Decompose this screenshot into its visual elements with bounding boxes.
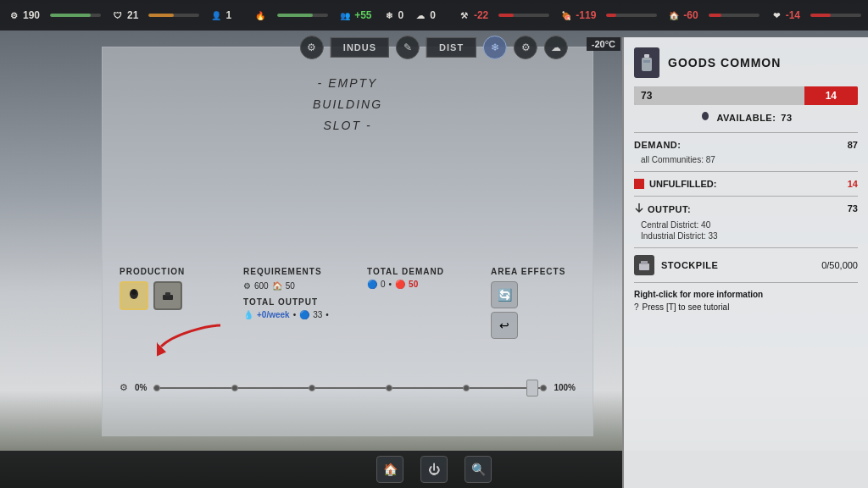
stockpile-svg-icon xyxy=(637,258,651,272)
workers-value: +55 xyxy=(354,9,371,21)
hud-food: 🍖 -119 xyxy=(559,8,596,22)
area-effects-section: AREA EFFECTS 🔄 ↩ xyxy=(491,267,576,342)
bottle-icon xyxy=(639,53,654,73)
hud-bar-food xyxy=(606,14,657,17)
hud-left: ⚙ 190 🛡 21 👤 1 xyxy=(7,8,231,22)
production-icons xyxy=(120,281,218,310)
production-btn-2[interactable] xyxy=(153,281,182,310)
goods-icon xyxy=(126,288,142,303)
req-icon-1: ⚙ xyxy=(243,281,251,291)
req-value-1: 600 xyxy=(254,281,269,291)
progress-bar: 73 14 xyxy=(634,86,858,105)
goods-label: GOODS xyxy=(668,56,716,69)
cold-icon: ❄ xyxy=(382,8,396,22)
progress-value: 73 xyxy=(641,90,652,102)
tools-value: -22 xyxy=(474,9,488,21)
dot-2 xyxy=(231,385,238,391)
hud-material: 🛡 21 xyxy=(111,8,138,22)
req-icon-2: 🏠 xyxy=(272,281,282,291)
steam-value: 190 xyxy=(23,9,40,21)
tab-district[interactable]: DIST xyxy=(426,37,476,58)
housing-icon: 🏠 xyxy=(667,8,681,22)
total-demand-label: TOTAL DEMAND xyxy=(367,267,465,276)
panel-goods-icon xyxy=(634,47,659,78)
divider-2 xyxy=(634,171,858,172)
hud-health: ❤ -14 xyxy=(770,8,800,22)
production-btn-1[interactable] xyxy=(120,281,148,310)
nav-snow-icon[interactable]: ❄ xyxy=(483,36,507,59)
nav-edit-icon[interactable]: ✎ xyxy=(396,36,420,59)
production-area: PRODUCTION xyxy=(120,267,576,342)
hud-right: ⚒ -22 🍖 -119 🏠 -60 ❤ -14 xyxy=(458,8,861,22)
heat-icon: 🔥 xyxy=(253,8,267,22)
divider-1 xyxy=(634,132,858,133)
requirements-values: ⚙ 600 🏠 50 xyxy=(243,281,342,291)
available-label: AVAILABLE: xyxy=(716,113,776,123)
hud-housing: 🏠 -60 xyxy=(667,8,698,22)
output-dot1: 33 xyxy=(313,310,322,319)
slider-dots xyxy=(153,385,547,391)
top-hud: ⚙ 190 🛡 21 👤 1 🔥 👥 +55 ❄ 0 xyxy=(0,0,868,30)
svg-point-8 xyxy=(702,112,709,120)
hint-rightclick: Right-click for more information xyxy=(634,290,858,299)
material-value: 21 xyxy=(127,9,138,21)
svg-rect-10 xyxy=(641,261,648,264)
demand-icon2: 🔴 xyxy=(395,280,405,289)
output-label-group: OUTPUT: xyxy=(634,203,691,215)
food-value: -119 xyxy=(576,9,596,21)
slider-max-label: 100% xyxy=(554,383,576,392)
stockpile-value: 0/50,000 xyxy=(821,260,858,270)
hud-bar-material xyxy=(148,14,199,17)
demand-sub: all Communities: 87 xyxy=(634,155,858,164)
divider-5 xyxy=(634,282,858,283)
food-icon: 🍖 xyxy=(559,8,573,22)
dot-5 xyxy=(463,385,470,391)
hud-cloud: ☁ 0 xyxy=(414,8,436,22)
available-row: AVAILABLE: 73 xyxy=(634,112,858,124)
slider-handle[interactable] xyxy=(526,380,538,396)
slider-line[interactable] xyxy=(153,387,547,389)
divider-4 xyxy=(634,247,858,248)
output-sub-1: Central District: 40 xyxy=(634,220,858,230)
demand-icon1: 🔵 xyxy=(367,280,377,289)
output-value: 73 xyxy=(848,203,858,214)
tab-industry[interactable]: INDUS xyxy=(331,37,389,58)
output-dot: • xyxy=(293,310,297,319)
nav-icon-right2[interactable]: ☁ xyxy=(544,36,568,59)
req-value-2: 50 xyxy=(286,281,295,291)
area-effect-1: 🔄 xyxy=(491,281,518,308)
progress-red-value: 14 xyxy=(826,90,837,102)
svg-rect-7 xyxy=(643,60,650,63)
material-icon: 🛡 xyxy=(111,8,125,22)
toolbar-search-btn[interactable]: 🔍 xyxy=(465,456,492,483)
temperature-badge: -20°C xyxy=(587,37,620,51)
nav-icon-left[interactable]: ⚙ xyxy=(300,36,324,59)
toolbar-home-btn[interactable]: 🏠 xyxy=(376,456,403,483)
demand-sep: • xyxy=(389,280,392,289)
slider-gear-icon: ⚙ xyxy=(120,382,128,393)
unfulfilled-icon xyxy=(634,179,644,189)
hint-tutorial-text: Press [T] to see tutorial xyxy=(643,302,730,312)
output-icon: 💧 xyxy=(243,310,253,319)
nav-icon-right1[interactable]: ⚙ xyxy=(514,36,537,59)
unfulfilled-value: 14 xyxy=(848,179,858,189)
output-icon2: 🔵 xyxy=(299,310,309,319)
slider-min-label: 0% xyxy=(135,383,147,392)
dot-4 xyxy=(386,385,392,391)
demand-values: 🔵 0 • 🔴 50 xyxy=(367,280,465,289)
hud-bar-steam xyxy=(50,14,101,17)
area-effects-label: AREA EFFECTS xyxy=(491,267,576,276)
panel-title: GOODS COMMON xyxy=(668,56,781,69)
production-section: PRODUCTION xyxy=(120,267,218,313)
progress-fill-grey: 73 xyxy=(634,86,804,105)
svg-point-1 xyxy=(131,290,136,295)
output-values: 💧 +0/week • 🔵 33 • xyxy=(243,310,342,319)
hint-question-mark: ? xyxy=(634,302,639,312)
demand-value-1: 0 xyxy=(381,280,386,289)
cloud-value: 0 xyxy=(430,9,436,21)
cold-value: 0 xyxy=(398,9,404,21)
stockpile-row: STOCKPILE 0/50,000 xyxy=(634,255,858,275)
area-effect-2: ↩ xyxy=(491,312,518,339)
toolbar-power-btn[interactable]: ⏻ xyxy=(420,456,448,483)
dot-6 xyxy=(540,385,547,391)
